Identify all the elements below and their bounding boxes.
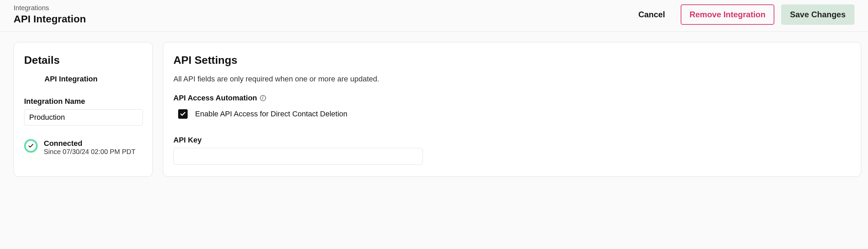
api-access-group-title: API Access Automation	[173, 94, 257, 102]
cancel-button[interactable]: Cancel	[629, 4, 674, 25]
api-key-label: API Key	[173, 136, 851, 145]
enable-api-access-checkbox[interactable]	[178, 109, 188, 119]
check-circle-icon	[24, 139, 38, 153]
api-key-input[interactable]	[173, 148, 423, 165]
details-section-title: Details	[24, 54, 142, 66]
save-changes-button[interactable]: Save Changes	[781, 4, 854, 25]
info-icon[interactable]: i	[260, 95, 266, 101]
remove-integration-button[interactable]: Remove Integration	[681, 4, 774, 25]
enable-api-access-label: Enable API Access for Direct Contact Del…	[195, 110, 347, 118]
settings-section-title: API Settings	[173, 54, 851, 66]
settings-help-text: All API fields are only required when on…	[173, 75, 851, 83]
integration-name-label: Integration Name	[24, 97, 142, 106]
connection-status-state: Connected	[44, 139, 135, 148]
integration-type-label: API Integration	[44, 75, 142, 83]
breadcrumb[interactable]: Integrations	[14, 4, 86, 12]
details-card: Details API Integration Integration Name…	[14, 42, 153, 177]
page-title: API Integration	[14, 13, 86, 25]
api-settings-card: API Settings All API fields are only req…	[163, 42, 861, 177]
connection-status-since: Since 07/30/24 02:00 PM PDT	[44, 148, 135, 156]
integration-name-input[interactable]	[24, 109, 143, 126]
connection-status: Connected Since 07/30/24 02:00 PM PDT	[24, 139, 142, 156]
